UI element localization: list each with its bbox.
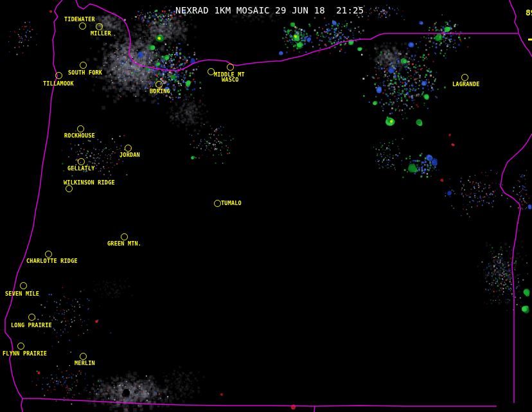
site-circle-icon — [96, 23, 103, 30]
site-marker-layer: TIDEWATERMILLERSOUTH FORKTILLAMOOKBORING… — [0, 0, 532, 412]
site-label: LAGRANDE — [452, 82, 480, 87]
site-label: ROCKHOUSE — [64, 133, 95, 138]
site-label: MILLER — [91, 31, 111, 36]
edge-label-fragment-bar — [528, 39, 532, 40]
site-label: SOUTH FORK — [68, 70, 102, 75]
site-circle-icon — [79, 22, 86, 30]
site-circle-icon — [80, 62, 87, 69]
site-label: TIDEWATER — [64, 17, 95, 22]
site-circle-icon — [121, 233, 128, 240]
mosaic-title: NEXRAD 1KM MOSAIC 29 JUN 18 21:25 — [175, 5, 364, 15]
site-circle-icon — [17, 343, 24, 350]
nexrad-viewer: { "title": { "text": "NEXRAD 1KM MOSAIC … — [0, 0, 532, 412]
site-circle-icon — [125, 145, 132, 152]
site-circle-icon — [55, 72, 62, 79]
site-circle-icon — [208, 68, 215, 75]
site-label: GELLATLY — [67, 166, 95, 171]
site-circle-icon — [78, 158, 85, 165]
site-label: GREEN MTN. — [107, 241, 141, 246]
site-circle-icon — [155, 81, 163, 88]
site-circle-icon — [45, 251, 52, 258]
edge-label-fragment: 89 — [526, 8, 532, 17]
site-circle-icon — [227, 64, 234, 71]
site-circle-icon — [77, 125, 84, 132]
site-circle-icon — [66, 185, 73, 192]
site-circle-icon — [461, 74, 468, 81]
site-circle-icon — [80, 353, 87, 360]
site-label: MERLIN — [75, 361, 95, 366]
nexrad-mosaic-view: TIDEWATERMILLERSOUTH FORKTILLAMOOKBORING… — [0, 0, 532, 412]
site-circle-icon — [28, 314, 35, 321]
site-circle-icon — [214, 200, 221, 207]
site-label: CHARLOTTE RIDGE — [26, 258, 78, 264]
site-circle-icon — [20, 282, 27, 289]
site-label: JORDAN — [120, 152, 140, 157]
site-label: BORING — [150, 89, 170, 94]
site-label: WASCO — [222, 77, 239, 82]
site-label: TILLAMOOK — [43, 81, 74, 86]
site-label: TUMALO — [221, 201, 242, 206]
site-label: WILKINSON RIDGE — [64, 180, 115, 185]
site-label: LONG PRAIRIE — [11, 323, 52, 328]
site-label: FLYNN PRAIRIE — [3, 351, 47, 356]
site-label: SEVEN MILE — [5, 291, 39, 296]
